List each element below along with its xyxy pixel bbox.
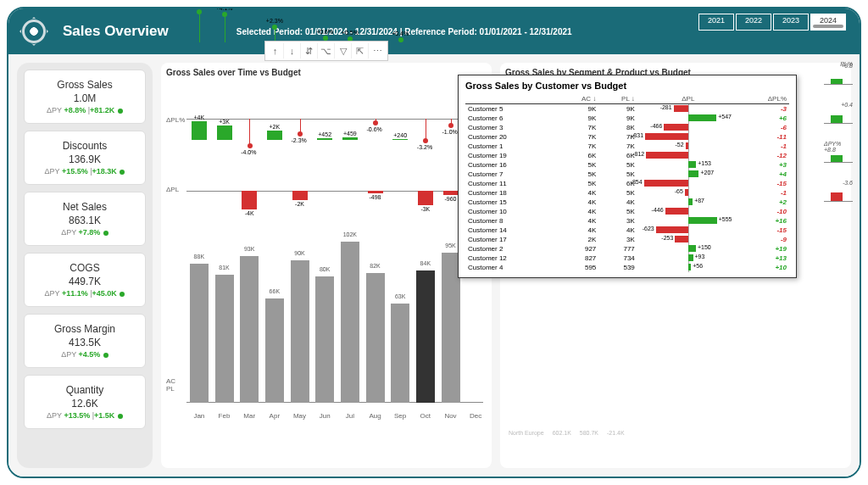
cell-pl: 9K [598,104,637,114]
x-tick-label: May [288,412,312,420]
status-dot-icon [103,353,108,358]
logo-icon [22,20,46,43]
cell-ac: 9K [557,104,598,114]
axis-label-delta: ΔPL [166,186,179,193]
table-row[interactable]: Customer 8 4K 3K +555 +16 [465,216,789,226]
kpi-card[interactable]: Quantity 12.6K ΔPY +13.5% |+1.5K [24,375,146,429]
cell-pl: 9K [598,114,637,123]
year-selector: 2021202220232024 [698,14,846,31]
table-row[interactable]: Customer 14 4K 4K -623 -15 [465,226,789,235]
table-row[interactable]: Customer 5 9K 9K -281 -3 [465,104,789,114]
table-row[interactable]: Customer 15 4K 4K +87 +2 [465,198,789,207]
kpi-card[interactable]: COGS 449.7K ΔPY +11.1% |+45.0K [24,253,146,307]
page-title: Sales Overview [63,23,169,40]
cell-ac: 5K [557,160,598,170]
cell-dplp: -6 [739,123,789,132]
more-icon[interactable]: ⋯ [369,43,386,59]
cell-dpl-bar: +547 [637,114,739,123]
col-pl[interactable]: PL ↓ [598,94,637,104]
table-row[interactable]: Customer 3 7K 8K -466 -6 [465,123,789,132]
col-ac[interactable]: AC ↓ [557,94,598,104]
actual-column[interactable]: 82K [366,273,385,403]
table-row[interactable]: Customer 1 7K 7K -52 -1 [465,142,789,151]
actual-column[interactable]: 102K [341,242,359,403]
cell-dplp: -15 [739,179,789,188]
popup-title: Gross Sales by Customer vs Budget [465,81,789,91]
body: Gross Sales 1.0M ΔPY +8.8% |+81.2K Disco… [8,54,860,477]
cell-dpl-bar: -281 [637,104,739,114]
cell-dpl-bar: +555 [637,216,739,226]
kpi-name: COGS [30,262,140,274]
faded-row: North Europe 602.1K 580.7K -21.4K [509,430,849,436]
table-row[interactable]: Customer 19 6K 6K -812 -12 [465,151,789,160]
hierarchy-icon[interactable]: ⌥ [318,43,335,59]
kpi-card[interactable]: Net Sales 863.1K ΔPY +7.8% [24,192,146,246]
kpi-card[interactable]: Discounts 136.9K ΔPY +15.5% |+18.3K [24,131,146,185]
actual-column[interactable]: 66K [265,298,284,403]
cell-ac: 9K [557,114,598,123]
table-row[interactable]: Customer 6 9K 9K +547 +6 [465,114,789,123]
cell-name: Customer 18 [465,188,557,198]
cell-dplp: -9 [739,235,789,244]
year-tab-2024[interactable]: 2024 [810,14,846,31]
peek-mini-bar: +0.8 [824,71,853,85]
table-row[interactable]: Customer 4 595 539 +56 +10 [465,263,789,272]
cell-dplp: -1 [739,188,789,198]
col-dpl[interactable]: ΔPL [637,94,739,104]
actual-column[interactable]: 93K [240,256,259,403]
kpi-delta: ΔPY +11.1% |+45.0K [30,289,140,298]
cell-name: Customer 14 [465,226,557,235]
cell-dpl-bar: +150 [637,244,739,254]
actual-column[interactable]: 80K [315,276,334,403]
kpi-card[interactable]: Gross Sales 1.0M ΔPY +8.8% |+81.2K [24,70,146,124]
sort-down-icon: ↓ [593,95,596,103]
year-tab-2023[interactable]: 2023 [773,14,809,31]
table-row[interactable]: Customer 18 4K 5K -65 -1 [465,188,789,198]
table-row[interactable]: Customer 16 5K 5K +153 +3 [465,160,789,170]
cell-ac: 4K [557,216,598,226]
table-row[interactable]: Customer 10 4K 5K -446 -10 [465,207,789,216]
cell-name: Customer 1 [465,142,557,151]
table-row[interactable]: Customer 20 7K 7K -831 -11 [465,132,789,142]
cell-ac: 7K [557,132,598,142]
cell-dpl-bar: +153 [637,160,739,170]
cell-dpl-bar: -253 [637,235,739,244]
year-tab-2021[interactable]: 2021 [698,14,734,31]
kpi-name: Net Sales [30,201,140,213]
cell-dpl-bar: -623 [637,226,739,235]
cell-ac: 5K [557,170,598,179]
app-frame: Sales Overview Selected Period: 01/01/20… [7,7,861,478]
table-row[interactable]: Customer 12 827 734 +93 +13 [465,254,789,263]
time-chart-title: Gross Sales over Time vs Budget [166,68,487,77]
time-chart[interactable]: ΔPL% +4.5% +4.1% -4.0% +2.3% -2.3% +0.6%… [166,81,487,454]
kpi-sidebar: Gross Sales 1.0M ΔPY +8.8% |+81.2K Disco… [17,63,153,468]
main-area: ↑↓⇵⌥▽⇱⋯ Gross Sales over Time vs Budget … [161,63,851,468]
x-tick-label: Aug [364,412,387,420]
year-tab-2022[interactable]: 2022 [736,14,771,31]
arrow-up-icon[interactable]: ↑ [267,43,284,59]
table-row[interactable]: Customer 7 5K 5K +207 +4 [465,170,789,179]
table-row[interactable]: Customer 17 2K 3K -253 -9 [465,235,789,244]
kpi-card[interactable]: Gross Margin 413.5K ΔPY +4.5% [24,314,146,368]
arrow-down-icon[interactable]: ↓ [284,43,301,59]
cell-dplp: +4 [739,170,789,179]
cell-name: Customer 16 [465,160,557,170]
col-dplp[interactable]: ΔPL% [739,94,789,104]
table-row[interactable]: Customer 11 5K 6K -854 -15 [465,179,789,188]
cell-name: Customer 7 [465,170,557,179]
export-icon[interactable]: ⇱ [352,43,369,59]
actual-column[interactable]: 63K [391,304,409,403]
x-tick-label: Sep [388,412,412,420]
actual-column[interactable]: 90K [291,260,309,403]
sort-icon[interactable]: ⇵ [301,43,318,59]
table-row[interactable]: Customer 2 927 777 +150 +19 [465,244,789,254]
actual-column[interactable]: 88K [190,264,209,403]
peek-mini-bar: ΔPY% +8.8 [824,149,853,163]
actual-column[interactable]: 84K [416,270,435,403]
faded-name: North Europe [509,430,544,436]
cell-name: Customer 10 [465,207,557,216]
kpi-name: Gross Sales [30,79,140,91]
cell-pl: 5K [598,188,637,198]
funnel-icon[interactable]: ▽ [335,43,352,59]
actual-column[interactable]: 81K [215,275,234,403]
